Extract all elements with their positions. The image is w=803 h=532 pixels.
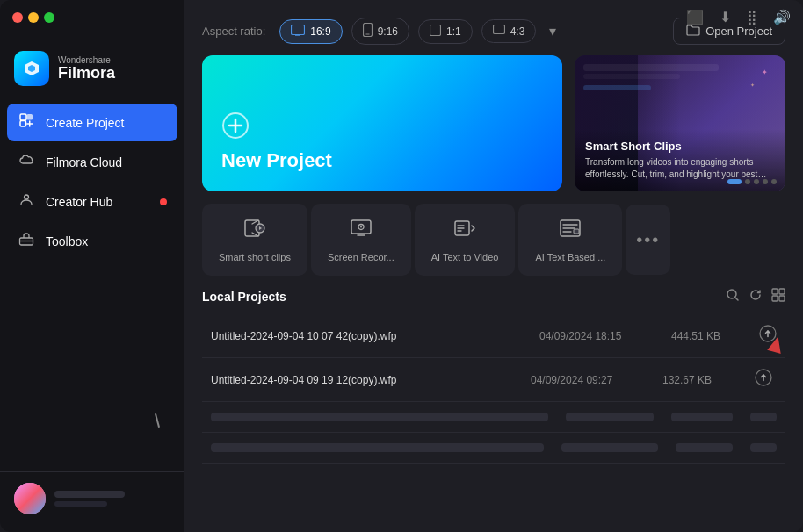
svg-rect-37 — [779, 296, 785, 301]
user-icon — [18, 191, 35, 212]
new-project-title: New Project — [221, 149, 543, 172]
project-name: Untitled-2024-09-04 10 07 42(copy).wfp — [211, 330, 522, 342]
search-projects-icon[interactable] — [726, 288, 740, 306]
svg-point-5 — [25, 195, 29, 199]
svg-rect-8 — [292, 25, 305, 34]
folder-icon — [686, 24, 700, 39]
open-project-label: Open Project — [705, 25, 772, 38]
aspect-16-9-label: 16:9 — [310, 25, 330, 38]
quick-action-more[interactable]: ••• — [626, 205, 670, 275]
cards-area: New Project ✦ ✦ Smart Shor — [184, 55, 803, 204]
svg-rect-36 — [772, 296, 778, 301]
projects-list: Untitled-2024-09-04 10 07 42(copy).wfp 0… — [202, 314, 785, 532]
screen-recorder-icon — [350, 217, 373, 245]
logo-text: Wondershare Filmora — [58, 55, 115, 83]
project-name: Untitled-2024-09-04 09 19 12(copy).wfp — [211, 374, 513, 386]
table-row[interactable]: Untitled-2024-09-04 09 19 12(copy).wfp 0… — [202, 358, 785, 402]
sidebar-item-create-project[interactable]: Create Project — [7, 104, 177, 141]
sidebar-item-toolbox[interactable]: Toolbox — [7, 222, 177, 260]
product-name: Filmora — [58, 65, 115, 83]
more-icon: ••• — [636, 230, 660, 250]
sidebar-footer — [0, 471, 184, 525]
create-project-icon — [18, 112, 35, 133]
brand-name: Wondershare — [58, 55, 115, 65]
ai-text-video-label: AI Text to Video — [431, 252, 499, 262]
close-button[interactable] — [12, 12, 23, 23]
ai-text-video-icon — [453, 217, 476, 245]
grid-view-icon[interactable] — [771, 288, 785, 306]
svg-rect-35 — [779, 289, 785, 294]
aspect-4-3-button[interactable]: 4:3 — [481, 19, 537, 43]
project-date: 04/09/2024 18:15 — [539, 330, 654, 342]
upload-to-cloud-icon[interactable] — [750, 369, 777, 391]
aspect-9-16-label: 9:16 — [378, 25, 398, 38]
local-projects-section: Local Projects — [184, 288, 803, 532]
svg-rect-0 — [20, 114, 26, 120]
local-projects-title: Local Projects — [202, 290, 286, 304]
svg-rect-1 — [27, 114, 33, 120]
project-size: 444.51 KB — [671, 330, 742, 342]
avatar[interactable] — [14, 483, 46, 514]
svg-rect-12 — [430, 25, 440, 35]
sidebar-item-filmora-cloud[interactable]: Filmora Cloud — [7, 143, 177, 181]
sidebar-item-label: Creator Hub — [46, 195, 112, 209]
sidebar-item-label: Filmora Cloud — [46, 155, 122, 169]
aspect-1-1-label: 1:1 — [446, 25, 461, 38]
table-row — [202, 433, 785, 464]
quick-action-ai-text-based[interactable]: AI Text Based ... — [518, 204, 622, 276]
table-row — [202, 402, 785, 433]
tv-icon — [493, 25, 505, 38]
ai-text-based-icon — [559, 217, 582, 245]
quick-action-smart-clips[interactable]: Smart short clips — [202, 204, 307, 276]
dot-4[interactable] — [763, 179, 768, 184]
svg-point-22 — [360, 226, 362, 228]
quick-actions-bar: Smart short clips Screen Recor... — [184, 204, 803, 288]
sidebar: Wondershare Filmora Create Project — [0, 0, 184, 532]
new-project-card[interactable]: New Project — [202, 55, 562, 191]
minimize-button[interactable] — [28, 12, 39, 23]
refresh-projects-icon[interactable] — [749, 288, 763, 306]
banner-description: Transform long videos into engaging shor… — [585, 156, 775, 181]
cursor-indicator — [155, 413, 160, 428]
quick-action-screen-recorder[interactable]: Screen Recor... — [311, 204, 411, 276]
svg-line-33 — [735, 298, 738, 300]
screen-recorder-label: Screen Recor... — [328, 252, 394, 262]
smart-clips-banner[interactable]: ✦ ✦ Smart Short Clips Transform long vid… — [575, 55, 785, 191]
new-project-plus-icon — [221, 111, 543, 146]
sidebar-nav: Create Project Filmora Cloud Creator Hub — [0, 104, 184, 260]
maximize-button[interactable] — [44, 12, 54, 23]
dot-1[interactable] — [727, 179, 742, 184]
main-content: Aspect ratio: 16:9 9:16 — [184, 0, 803, 532]
aspect-ratio-label: Aspect ratio: — [202, 25, 265, 38]
dot-3[interactable] — [754, 179, 759, 184]
monitor-icon — [291, 25, 305, 39]
logo-icon — [14, 51, 49, 86]
phone-icon — [363, 23, 373, 40]
aspect-4-3-label: 4:3 — [510, 25, 525, 38]
sidebar-item-creator-hub[interactable]: Creator Hub — [7, 183, 177, 220]
quick-action-ai-text-video[interactable]: AI Text to Video — [415, 204, 516, 276]
local-projects-actions — [726, 288, 785, 306]
svg-rect-34 — [772, 289, 778, 294]
project-date: 04/09/2024 09:27 — [531, 374, 645, 386]
local-projects-header: Local Projects — [202, 288, 785, 306]
toolbox-icon — [18, 231, 35, 251]
notification-badge — [160, 198, 167, 205]
banner-pagination — [727, 179, 777, 184]
svg-rect-31 — [574, 229, 579, 234]
app-logo: Wondershare Filmora — [0, 40, 184, 104]
svg-rect-13 — [493, 25, 504, 34]
svg-rect-4 — [20, 121, 26, 127]
smart-clips-label: Smart short clips — [219, 252, 291, 262]
table-row[interactable]: Untitled-2024-09-04 10 07 42(copy).wfp 0… — [202, 314, 785, 358]
cloud-icon — [18, 152, 35, 172]
ai-text-based-label: AI Text Based ... — [535, 252, 605, 262]
sidebar-item-label: Create Project — [46, 116, 124, 130]
square-icon — [430, 25, 441, 39]
sidebar-item-label: Toolbox — [46, 234, 88, 248]
banner-title: Smart Short Clips — [585, 140, 775, 153]
dot-5[interactable] — [771, 179, 777, 184]
dot-2[interactable] — [745, 179, 750, 184]
project-size: 132.67 KB — [662, 374, 733, 386]
smart-clips-icon — [243, 217, 266, 245]
